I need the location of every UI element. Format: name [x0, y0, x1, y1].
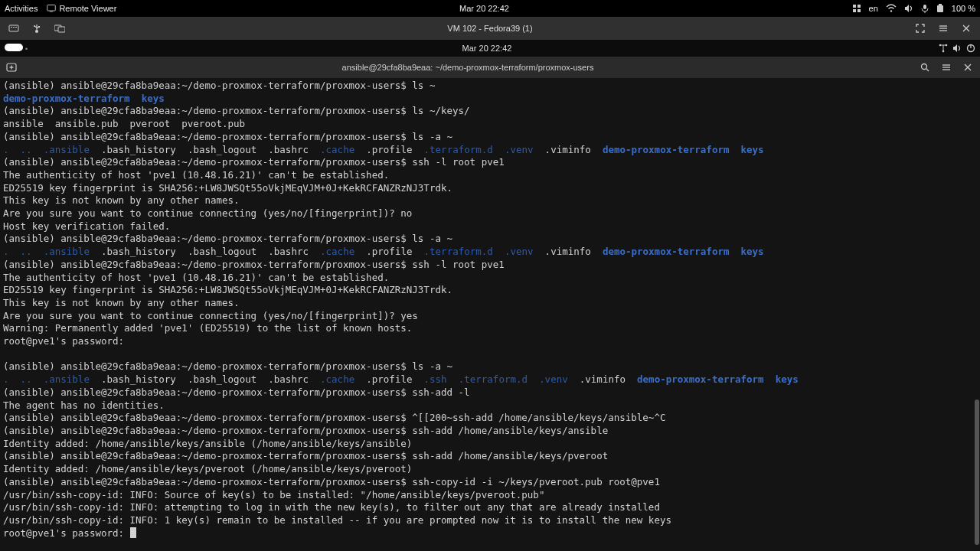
speaker-icon	[904, 4, 913, 13]
svg-rect-4	[853, 9, 856, 12]
svg-rect-18	[38, 26, 40, 28]
terminal-scrollbar[interactable]	[974, 78, 980, 551]
scrollbar-thumb[interactable]	[975, 399, 979, 545]
svg-rect-2	[853, 5, 856, 8]
power-icon	[966, 44, 975, 53]
send-key-button[interactable]	[5, 20, 23, 37]
keyboard-shortcut-icon	[8, 23, 19, 34]
guest-status-area[interactable]	[939, 44, 975, 53]
guest-activities-pill[interactable]: •	[5, 44, 28, 53]
new-tab-button[interactable]	[3, 59, 20, 76]
svg-rect-7	[923, 5, 926, 9]
usb-icon	[31, 23, 42, 34]
svg-rect-10	[939, 4, 942, 5]
network-icon	[939, 44, 948, 53]
guest-top-bar: • Mar 20 22:42	[0, 40, 980, 57]
battery-icon	[936, 4, 944, 13]
svg-rect-12	[11, 27, 12, 28]
cursor	[130, 527, 136, 538]
terminal-body[interactable]: (ansible) ansible@29cfa8ba9eaa:~/demo-pr…	[0, 78, 980, 551]
grid-icon	[852, 4, 861, 13]
system-status-area[interactable]: en 100 %	[852, 4, 975, 13]
svg-rect-1	[50, 11, 54, 12]
svg-rect-11	[9, 25, 18, 31]
fullscreen-button[interactable]	[911, 20, 929, 37]
svg-rect-5	[858, 9, 861, 12]
svg-rect-3	[858, 5, 861, 8]
battery-percent: 100 %	[952, 4, 975, 13]
svg-rect-9	[937, 5, 943, 12]
svg-point-17	[34, 25, 35, 27]
gnome-top-bar: Activities Remote Viewer Mar 20 22:42 en…	[0, 0, 980, 17]
guest-clock[interactable]: Mar 20 22:42	[35, 44, 939, 53]
close-button[interactable]	[957, 20, 975, 37]
fullscreen-icon	[916, 24, 925, 33]
remote-viewer-titlebar: VM 102 - Fedora39 (1)	[0, 17, 980, 40]
search-icon	[920, 63, 929, 72]
svg-rect-14	[15, 27, 17, 28]
mic-icon	[921, 4, 929, 13]
svg-rect-0	[47, 5, 56, 11]
displays-icon	[54, 23, 65, 34]
hamburger-icon	[942, 63, 951, 72]
hamburger-icon	[939, 24, 948, 33]
search-button[interactable]	[916, 59, 934, 76]
svg-point-34	[922, 64, 927, 70]
terminal-title: ansible@29cfa8ba9eaa: ~/demo-proxmox-ter…	[20, 63, 916, 72]
terminal-close-button[interactable]	[959, 59, 977, 76]
clock[interactable]: Mar 20 22:42	[116, 4, 851, 13]
usb-redirect-button[interactable]	[28, 20, 46, 37]
keyboard-layout[interactable]: en	[869, 4, 878, 13]
svg-point-6	[890, 10, 892, 11]
wifi-icon	[886, 4, 897, 13]
close-icon	[964, 64, 972, 71]
app-menu[interactable]: Remote Viewer	[47, 4, 116, 13]
terminal-menu-button[interactable]	[937, 59, 956, 76]
monitors-button[interactable]	[51, 20, 69, 37]
guest-speaker-icon	[952, 44, 962, 53]
close-icon	[962, 24, 970, 32]
new-tab-icon	[5, 61, 18, 73]
monitor-icon	[47, 4, 56, 13]
terminal-titlebar: ansible@29cfa8ba9eaa: ~/demo-proxmox-ter…	[0, 57, 980, 78]
activities-button[interactable]: Activities	[5, 4, 38, 13]
svg-rect-20	[58, 27, 65, 32]
svg-line-35	[926, 69, 929, 71]
window-title: VM 102 - Fedora39 (1)	[69, 24, 911, 33]
svg-rect-13	[13, 27, 15, 28]
menu-button[interactable]	[934, 20, 952, 37]
